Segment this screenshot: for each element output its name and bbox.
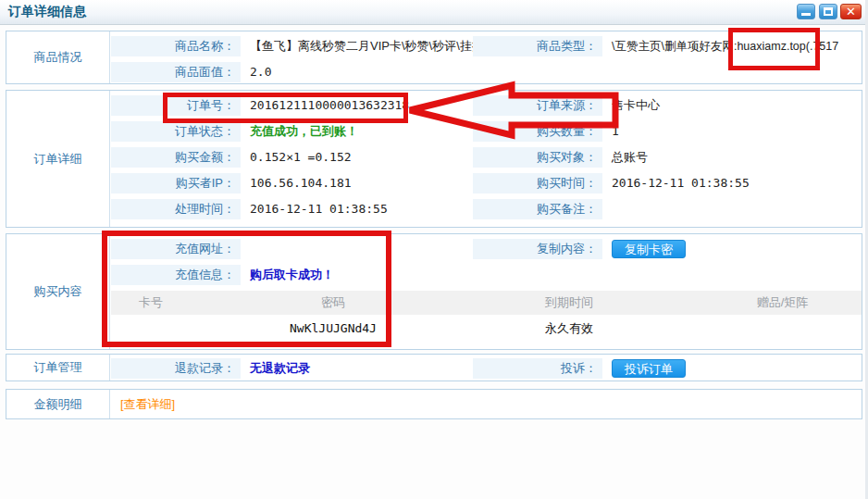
buy-target-value: 总账号 [602, 147, 862, 168]
maximize-icon [824, 7, 833, 16]
order-status-label: 订单状态： [111, 121, 241, 142]
col-expire: 到期时间 [435, 291, 703, 315]
card-table: 卡号 密码 到期时间 赠品/矩阵 NwKlJUJGNd4J 永久有效 [111, 291, 862, 343]
product-row-1: 商品名称： 【鱼飞】离线秒赞二月VIP卡\秒赞\秒评\挂挂 商品类型： \互赞主… [111, 36, 862, 56]
content-row-1: 充值网址： 复制内容： 复制卡密 [111, 239, 862, 259]
product-name-value: 【鱼飞】离线秒赞二月VIP卡\秒赞\秒评\挂挂 [241, 36, 473, 56]
minimize-icon [801, 13, 811, 16]
gift-cell [703, 315, 862, 343]
complaint-label: 投诉： [473, 358, 602, 379]
complain-order-button[interactable]: 投诉订单 [612, 359, 686, 378]
section-product-title: 商品情况 [6, 31, 110, 83]
product-face-value: 2.0 [241, 62, 473, 82]
recharge-info-label: 充值信息： [111, 265, 241, 285]
order-status-value: 充值成功，已到账！ [241, 121, 473, 142]
col-card-no: 卡号 [111, 291, 231, 315]
buyer-ip-label: 购买者IP： [111, 173, 241, 193]
window-title: 订单详细信息 [8, 4, 86, 20]
product-face-label: 商品面值： [111, 62, 241, 82]
col-password: 密码 [231, 291, 435, 315]
buy-remark-label: 购买备注： [473, 199, 602, 219]
copy-card-button[interactable]: 复制卡密 [612, 240, 686, 258]
section-order: 订单详细 订单号： 2016121110000013632318 订单来源： 售… [6, 90, 862, 228]
recharge-url-value [241, 239, 473, 259]
refund-label: 退款记录： [111, 358, 241, 379]
buy-count-value: 1 [602, 121, 862, 142]
order-row-3: 购买金额： 0.152×1 =0.152 购买对象： 总账号 [111, 147, 862, 168]
section-amount: 金额明细 [查看详细] [6, 389, 862, 419]
card-table-header: 卡号 密码 到期时间 赠品/矩阵 [111, 291, 862, 315]
close-button[interactable]: ✕ [840, 4, 862, 19]
recharge-url-label: 充值网址： [111, 239, 241, 259]
password-cell: NwKlJUJGNd4J [231, 315, 435, 343]
window-titlebar: 订单详细信息 ✕ [0, 0, 868, 25]
buy-amount-value: 0.152×1 =0.152 [241, 147, 473, 168]
section-content-title: 购买内容 [6, 234, 110, 349]
buy-count-label: 购买数量： [473, 121, 602, 142]
order-row-4: 购买者IP： 106.56.104.181 购买时间： 2016-12-11 0… [111, 173, 862, 193]
order-no-value: 2016121110000013632318 [241, 95, 473, 116]
content-row-2: 充值信息： 购后取卡成功！ [111, 265, 862, 285]
minimize-button[interactable] [797, 4, 815, 19]
buy-time-value: 2016-12-11 01:38:55 [602, 173, 862, 193]
view-detail-link[interactable]: [查看详细] [120, 390, 175, 418]
close-icon: ✕ [841, 5, 861, 19]
manage-row: 退款记录： 无退款记录 投诉： 投诉订单 [111, 358, 862, 379]
buy-time-label: 购买时间： [473, 173, 602, 193]
col-gift: 赠品/矩阵 [703, 291, 862, 315]
recharge-info-value: 购后取卡成功！ [241, 265, 473, 285]
buy-remark-value [602, 199, 862, 219]
section-amount-title: 金额明细 [6, 390, 110, 418]
section-product: 商品情况 商品名称： 【鱼飞】离线秒赞二月VIP卡\秒赞\秒评\挂挂 商品类型：… [6, 31, 862, 84]
copy-content-label: 复制内容： [473, 239, 602, 259]
order-row-1: 订单号： 2016121110000013632318 订单来源： 售卡中心 [111, 95, 862, 116]
process-time-value: 2016-12-11 01:38:55 [241, 199, 473, 219]
order-no-label: 订单号： [111, 95, 241, 116]
order-source-label: 订单来源： [473, 95, 602, 116]
card-table-row: NwKlJUJGNd4J 永久有效 [111, 315, 862, 343]
section-manage-title: 订单管理 [6, 355, 110, 380]
expire-cell: 永久有效 [435, 315, 703, 343]
section-content: 购买内容 充值网址： 复制内容： 复制卡密 充值信息： 购后取卡成功！ 卡号 密… [6, 233, 862, 350]
section-manage: 订单管理 退款记录： 无退款记录 投诉： 投诉订单 [6, 354, 862, 381]
buyer-ip-value: 106.56.104.181 [241, 173, 473, 193]
section-order-title: 订单详细 [6, 91, 110, 227]
product-type-label: 商品类型： [473, 36, 602, 56]
product-type-value: \互赞主页\删单项好友网:huaxiamz.top(.7517 [602, 36, 862, 56]
buy-amount-label: 购买金额： [111, 147, 241, 168]
product-name-label: 商品名称： [111, 36, 241, 56]
maximize-button[interactable] [819, 4, 837, 19]
buy-target-label: 购买对象： [473, 147, 602, 168]
product-row-2: 商品面值： 2.0 [111, 62, 862, 82]
order-row-5: 处理时间： 2016-12-11 01:38:55 购买备注： [111, 199, 862, 219]
order-source-value: 售卡中心 [602, 95, 862, 116]
order-row-2: 订单状态： 充值成功，已到账！ 购买数量： 1 [111, 121, 862, 142]
card-no-cell [111, 315, 231, 343]
refund-value: 无退款记录 [241, 358, 473, 379]
process-time-label: 处理时间： [111, 199, 241, 219]
